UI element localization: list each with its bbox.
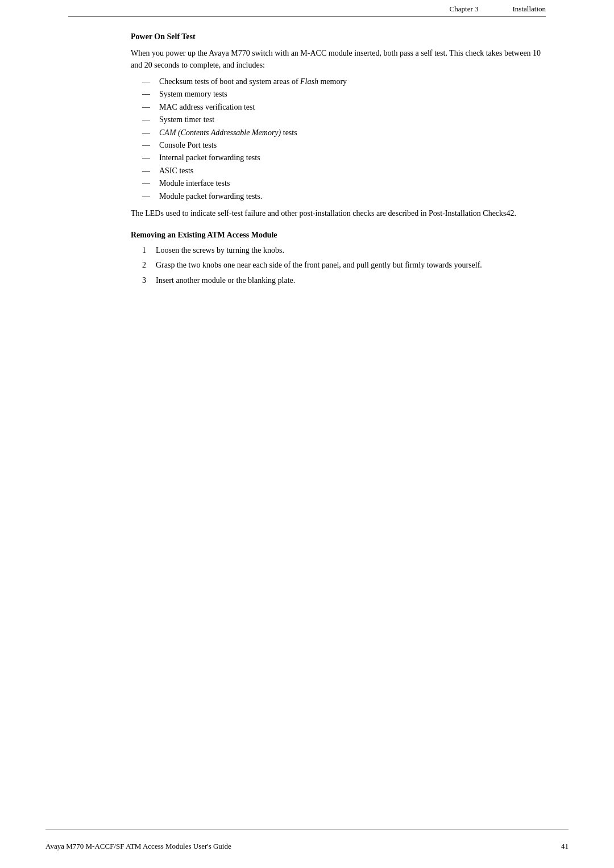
step-2: 2 Grasp the two knobs one near each side… (142, 259, 546, 272)
list-item: CAM (Contents Addressable Memory) tests (142, 127, 546, 139)
footer: Avaya M770 M-ACCF/SF ATM Access Modules … (0, 837, 614, 851)
header-line: Chapter 3 Installation (0, 0, 614, 16)
footer-left: Avaya M770 M-ACCF/SF ATM Access Modules … (45, 842, 231, 851)
bullet-text-3: MAC address verification test (159, 103, 255, 111)
list-item: Internal packet forwarding tests (142, 152, 546, 164)
removing-section: Removing an Existing ATM Access Module 1… (131, 231, 546, 287)
step-3: 3 Insert another module or the blanking … (142, 274, 546, 287)
chapter-label: Chapter 3 (450, 5, 479, 14)
step-number-1: 1 (142, 244, 146, 257)
cam-italic: CAM (Contents Addressable Memory) (159, 128, 281, 137)
bullet-text-1: Checksum tests of boot and system areas … (159, 77, 347, 86)
list-item: Module interface tests (142, 177, 546, 190)
list-item: System memory tests (142, 88, 546, 101)
step-text-2: Grasp the two knobs one near each side o… (156, 261, 482, 269)
list-item: Module packet forwarding tests. (142, 190, 546, 203)
bullet-text-6: Console Port tests (159, 141, 217, 149)
bullet-text-4: System timer test (159, 115, 214, 124)
list-item: Checksum tests of boot and system areas … (142, 76, 546, 88)
list-item: Console Port tests (142, 139, 546, 152)
step-1: 1 Loosen the screws by turning the knobs… (142, 244, 546, 257)
step-number-3: 3 (142, 274, 146, 287)
bullet-text-2: System memory tests (159, 90, 227, 98)
section-label: Installation (513, 5, 546, 14)
list-item: System timer test (142, 114, 546, 126)
list-item: ASIC tests (142, 165, 546, 177)
bullet-text-7: Internal packet forwarding tests (159, 153, 260, 162)
footer-page-number: 41 (561, 842, 569, 851)
step-text-1: Loosen the screws by turning the knobs. (156, 246, 284, 254)
power-on-intro: When you power up the Avaya M770 switch … (131, 47, 546, 71)
list-item: MAC address verification test (142, 101, 546, 114)
removing-title: Removing an Existing ATM Access Module (131, 231, 546, 240)
power-on-closing: The LEDs used to indicate self-test fail… (131, 207, 546, 219)
power-on-section: Power On Self Test When you power up the… (131, 32, 546, 219)
power-on-title: Power On Self Test (131, 32, 546, 41)
page: Chapter 3 Installation Power On Self Tes… (0, 0, 614, 868)
bullet-text-9: Module interface tests (159, 179, 230, 187)
bullet-text-5: CAM (Contents Addressable Memory) tests (159, 128, 297, 137)
step-number-2: 2 (142, 259, 146, 272)
flash-italic: Flash (300, 77, 318, 86)
footer-divider (45, 829, 569, 829)
step-text-3: Insert another module or the blanking pl… (156, 276, 295, 285)
bullet-text-10: Module packet forwarding tests. (159, 192, 262, 201)
bullet-text-8: ASIC tests (159, 166, 193, 175)
bullet-list: Checksum tests of boot and system areas … (142, 76, 546, 203)
